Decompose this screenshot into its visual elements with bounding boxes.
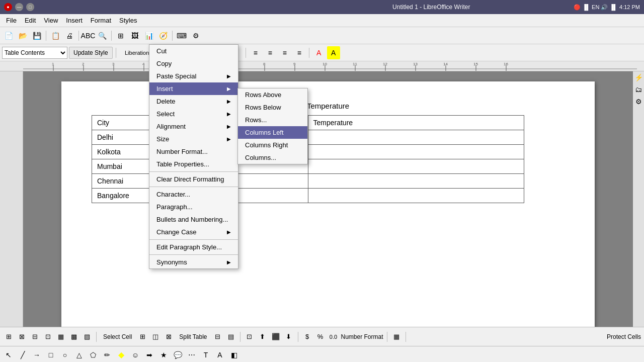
- context-menu[interactable]: Cut Copy Paste Special ▶ Insert ▶ Delete…: [149, 44, 238, 269]
- spellcheck[interactable]: ABC: [82, 29, 95, 42]
- draw-more[interactable]: ⋯: [185, 348, 198, 361]
- insert-chart[interactable]: 📊: [142, 29, 155, 42]
- menu-styles[interactable]: Styles: [115, 14, 141, 27]
- sub-cols-right[interactable]: Columns Right: [238, 139, 307, 151]
- draw-triangle[interactable]: △: [72, 348, 86, 361]
- menu-edit[interactable]: Edit: [21, 14, 40, 27]
- ctx-insert[interactable]: Insert ▶: [149, 82, 238, 95]
- ctx-character[interactable]: Character...: [149, 188, 238, 201]
- currency-icon[interactable]: $: [302, 331, 313, 342]
- split-icon2[interactable]: ▤: [225, 331, 236, 342]
- draw-freeform[interactable]: ✏: [101, 348, 114, 361]
- cell-mumbai-temp[interactable]: [308, 159, 524, 174]
- font-color[interactable]: A: [312, 46, 326, 59]
- percent-icon[interactable]: %: [315, 331, 326, 342]
- ctx-paste-special[interactable]: Paste Special ▶: [149, 70, 238, 82]
- ctx-table-props[interactable]: Table Properties...: [149, 158, 238, 170]
- table-icon-5[interactable]: ▦: [55, 331, 66, 342]
- table-icon-2[interactable]: ⊠: [16, 331, 27, 342]
- ctx-copy[interactable]: Copy: [149, 57, 238, 70]
- sub-rows-ellipsis[interactable]: Rows...: [238, 114, 307, 126]
- draw-fill[interactable]: ◆: [115, 348, 128, 361]
- save-btn[interactable]: 💾: [30, 29, 43, 42]
- menu-insert[interactable]: Insert: [62, 14, 87, 27]
- ctx-number-format[interactable]: Number Format...: [149, 145, 238, 158]
- sub-cols-left[interactable]: Columns Left: [238, 126, 307, 139]
- style-selector[interactable]: Table Contents: [2, 47, 67, 59]
- cell-bot[interactable]: ⬇: [283, 331, 294, 342]
- ctx-select[interactable]: Select ▶: [149, 108, 238, 120]
- highlight-color[interactable]: A: [327, 46, 340, 59]
- draw-arrow[interactable]: →: [30, 348, 43, 361]
- find[interactable]: 🔍: [96, 29, 109, 42]
- draw-line[interactable]: ╱: [16, 348, 29, 361]
- tb-more2[interactable]: ⚙: [189, 29, 202, 42]
- draw-textbox[interactable]: T: [199, 348, 212, 361]
- select-icon[interactable]: ⊞: [137, 331, 148, 342]
- update-style-button[interactable]: Update Style: [69, 47, 113, 59]
- document-area[interactable]: Temperature City Temperature Delhi Kolko…: [23, 71, 633, 327]
- split-table-button[interactable]: Split Table: [176, 332, 210, 341]
- insert-image[interactable]: 🖼: [128, 29, 141, 42]
- ctx-paragraph[interactable]: Paragraph...: [149, 201, 238, 213]
- table-icon-7[interactable]: ▧: [82, 331, 93, 342]
- optimize-icon[interactable]: ⊡: [244, 331, 255, 342]
- table-icon-3[interactable]: ⊟: [29, 331, 40, 342]
- close-button[interactable]: ●: [4, 3, 12, 11]
- table-icon-6[interactable]: ▩: [68, 331, 79, 342]
- select-cell-button[interactable]: Select Cell: [100, 332, 135, 341]
- align-right[interactable]: ≡: [278, 46, 291, 59]
- draw-smile[interactable]: ☺: [129, 348, 142, 361]
- draw-polygon[interactable]: ⬠: [87, 348, 100, 361]
- export-pdf[interactable]: 📋: [49, 29, 62, 42]
- open-btn[interactable]: 📂: [16, 29, 29, 42]
- ctx-edit-style[interactable]: Edit Paragraph Style...: [149, 241, 238, 253]
- draw-block-arrow[interactable]: ➡: [143, 348, 156, 361]
- merge-icon2[interactable]: ⊠: [163, 331, 174, 342]
- align-center[interactable]: ≡: [264, 46, 277, 59]
- navigator[interactable]: 🧭: [156, 29, 170, 42]
- insert-table[interactable]: ⊞: [114, 29, 127, 42]
- new-btn[interactable]: 📄: [2, 29, 15, 42]
- ctx-alignment[interactable]: Alignment ▶: [149, 120, 238, 133]
- cell-kolkota-temp[interactable]: [308, 145, 524, 159]
- sidebar-icon-nav[interactable]: 🗂: [635, 85, 642, 94]
- maximize-button[interactable]: □: [26, 3, 34, 11]
- select-tool[interactable]: ↖: [2, 348, 15, 361]
- decimal-icon[interactable]: 0.0: [328, 331, 339, 342]
- menu-file[interactable]: File: [2, 14, 21, 27]
- draw-star[interactable]: ★: [157, 348, 170, 361]
- cell-delhi-temp[interactable]: [308, 130, 524, 145]
- draw-fontwork[interactable]: A: [213, 348, 226, 361]
- ctx-cut[interactable]: Cut: [149, 45, 238, 57]
- align-justify[interactable]: ≡: [293, 46, 306, 59]
- sub-rows-below[interactable]: Rows Below: [238, 101, 307, 114]
- cell-mid[interactable]: ⬛: [270, 331, 281, 342]
- sidebar-icon-styles[interactable]: ⚡: [634, 73, 643, 81]
- split-icon[interactable]: ⊟: [212, 331, 223, 342]
- cell-bangalore-temp[interactable]: [308, 189, 524, 203]
- col-temperature[interactable]: Temperature: [308, 116, 524, 130]
- ctx-change-case[interactable]: Change Case ▶: [149, 226, 238, 238]
- menu-format[interactable]: Format: [87, 14, 115, 27]
- sidebar-icon-props[interactable]: ⚙: [635, 98, 642, 106]
- tb-more1[interactable]: ⌨: [175, 29, 188, 42]
- borders-icon[interactable]: ▦: [391, 331, 402, 342]
- cell-top[interactable]: ⬆: [257, 331, 268, 342]
- draw-circle[interactable]: ○: [58, 348, 71, 361]
- table-icon-1[interactable]: ⊞: [3, 331, 14, 342]
- menu-view[interactable]: View: [40, 14, 62, 27]
- table-icon-4[interactable]: ⊡: [42, 331, 53, 342]
- align-left[interactable]: ≡: [249, 46, 262, 59]
- sub-cols-ellipsis[interactable]: Columns...: [238, 151, 307, 164]
- print[interactable]: 🖨: [63, 29, 76, 42]
- insert-submenu[interactable]: Rows Above Rows Below Rows... Columns Le…: [237, 88, 308, 164]
- ctx-clear-formatting[interactable]: Clear Direct Formatting: [149, 173, 238, 186]
- minimize-button[interactable]: —: [15, 3, 23, 11]
- merge-icon[interactable]: ◫: [150, 331, 161, 342]
- sub-rows-above[interactable]: Rows Above: [238, 88, 307, 101]
- ctx-delete[interactable]: Delete ▶: [149, 95, 238, 108]
- draw-shadow[interactable]: ◧: [227, 348, 240, 361]
- ctx-bullets[interactable]: Bullets and Numbering...: [149, 213, 238, 226]
- ctx-synonyms[interactable]: Synonyms ▶: [149, 256, 238, 268]
